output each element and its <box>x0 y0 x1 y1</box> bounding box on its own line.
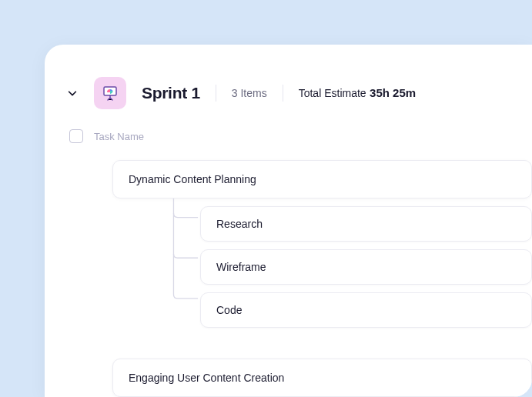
column-task-name: Task Name <box>94 131 144 142</box>
sprint-icon-badge <box>94 77 126 109</box>
task-name-text: Dynamic Content Planning <box>129 173 256 185</box>
subtask-row[interactable]: Wireframe <box>200 249 532 285</box>
sprint-panel: Sprint 1 3 Items Total Estimate 35h 25m … <box>45 45 532 397</box>
task-row[interactable]: Engaging User Content Creation <box>112 359 532 397</box>
task-row[interactable]: Dynamic Content Planning <box>112 160 532 198</box>
estimate-label: Total Estimate <box>299 87 366 99</box>
subtask-list: Research Wireframe Code <box>200 206 532 328</box>
divider <box>283 85 283 102</box>
sprint-title[interactable]: Sprint 1 <box>142 84 200 102</box>
table-header: Task Name <box>69 129 532 143</box>
subtask-row[interactable]: Code <box>200 292 532 328</box>
subtask-row[interactable]: Research <box>200 206 532 242</box>
chevron-down-icon <box>67 88 78 98</box>
select-all-checkbox[interactable] <box>69 129 83 143</box>
item-count: 3 Items <box>232 87 267 99</box>
subtask-name-text: Code <box>216 304 242 316</box>
task-name-text: Engaging User Content Creation <box>129 372 284 384</box>
estimate-value: 35h 25m <box>370 86 416 99</box>
divider <box>216 85 216 102</box>
tasks-area: Dynamic Content Planning Research Wirefr… <box>112 160 532 397</box>
sprint-header: Sprint 1 3 Items Total Estimate 35h 25m <box>66 77 532 109</box>
tree-connector-icon <box>163 198 200 320</box>
total-estimate: Total Estimate 35h 25m <box>299 86 416 100</box>
presentation-board-icon <box>101 84 119 102</box>
collapse-toggle[interactable] <box>66 87 79 99</box>
subtask-name-text: Wireframe <box>216 261 266 273</box>
subtask-name-text: Research <box>216 218 263 230</box>
